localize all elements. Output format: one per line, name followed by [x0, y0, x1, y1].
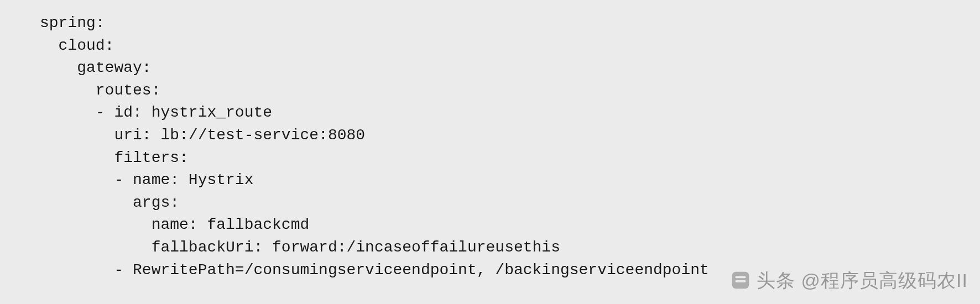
- code-line: args:: [40, 194, 179, 211]
- code-line: fallbackUri: forward:/incaseoffailureuse…: [40, 239, 560, 256]
- code-line: spring:: [40, 14, 105, 32]
- code-line: - name: Hystrix: [40, 171, 253, 188]
- watermark-text: 头条 @程序员高级码农II: [757, 267, 968, 294]
- code-block: spring: cloud: gateway: routes: - id: hy…: [0, 12, 980, 281]
- code-line: - id: hystrix_route: [40, 104, 272, 121]
- code-line: name: fallbackcmd: [40, 216, 309, 233]
- toutiao-icon: [730, 270, 751, 291]
- code-line: uri: lb://test-service:8080: [40, 127, 365, 144]
- watermark: 头条 @程序员高级码农II: [730, 267, 968, 294]
- code-line: gateway:: [40, 59, 152, 76]
- code-line: cloud:: [40, 37, 114, 54]
- code-line: routes:: [40, 82, 160, 99]
- code-line: - RewritePath=/consumingserviceendpoint,…: [40, 261, 709, 279]
- svg-rect-1: [736, 276, 746, 279]
- code-line: filters:: [40, 149, 189, 166]
- svg-rect-2: [736, 280, 746, 282]
